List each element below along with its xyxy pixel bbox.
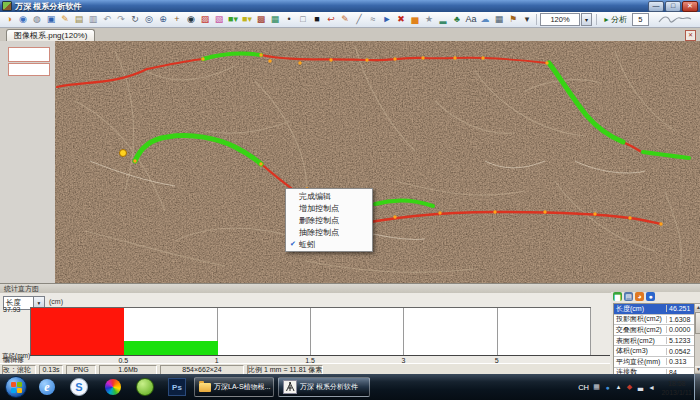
green-swatch-icon[interactable]: ■▾ (227, 13, 240, 26)
document-tab[interactable]: 图像根系.png(120%) (6, 29, 95, 41)
rotate-icon[interactable]: ↻ (129, 13, 142, 26)
scroll-up-icon[interactable]: ▲ (695, 304, 700, 311)
context-menu-item[interactable]: ✔ 蚯蚓 (287, 238, 371, 250)
stats-info-icon[interactable]: ● (646, 292, 655, 301)
pen-icon[interactable]: ✎ (339, 13, 352, 26)
y-axis-max-label: 37.93 (3, 306, 21, 313)
taskbar-button-explorer[interactable]: 万深LA-S植物根... (194, 377, 274, 397)
yellow-swatch-icon[interactable]: ■▾ (241, 13, 254, 26)
star-icon[interactable]: ★ (423, 13, 436, 26)
copy-icon[interactable]: ▥ (87, 13, 100, 26)
context-menu-item[interactable]: 完成编辑 (287, 190, 371, 202)
line-icon[interactable]: ╱ (353, 13, 366, 26)
table-row[interactable]: 投影面积(cm2) 1.6308 (614, 315, 694, 326)
security-icon[interactable]: ● (603, 384, 612, 391)
network-icon[interactable]: ▃ (636, 383, 645, 391)
x-axis-line (30, 355, 610, 356)
zoom-icon[interactable]: ◎ (143, 13, 156, 26)
mark-red-icon[interactable]: ▨ (199, 13, 212, 26)
quicklaunch-slot[interactable]: e (38, 378, 56, 396)
overview-thumbnail-box[interactable] (8, 47, 50, 62)
table-row[interactable]: 平均直径(mm) 0.313 (614, 357, 694, 368)
quicklaunch-slot[interactable] (136, 378, 154, 396)
stats-histogram-icon[interactable]: ▆ (613, 292, 622, 301)
stats-pie-icon[interactable]: ◕ (635, 292, 644, 301)
chart-icon[interactable]: ▅ (409, 13, 422, 26)
mark-pink-icon[interactable]: ▧ (213, 13, 226, 26)
zoom-dropdown-arrow[interactable]: ▾ (581, 13, 592, 26)
trace-tool-icon[interactable]: ▩ (255, 13, 268, 26)
volume-icon[interactable]: ◄ (647, 384, 656, 391)
tab-close-icon[interactable]: ✕ (685, 30, 696, 41)
keyboard-icon[interactable]: ▦ (592, 383, 601, 391)
pan-icon[interactable]: + (171, 13, 184, 26)
undo-icon[interactable]: ↶ (101, 13, 114, 26)
table-row[interactable]: 长度(cm) 46.251 (614, 304, 694, 315)
scroll-down-icon[interactable]: ▼ (695, 366, 700, 373)
toolbar-separator (596, 14, 597, 25)
white-swatch-icon[interactable]: □ (297, 13, 310, 26)
table-row[interactable]: 表面积(cm2) 5.1233 (614, 336, 694, 347)
table-scrollbar[interactable]: ▲ ▼ (694, 303, 700, 374)
minimize-button[interactable]: — (648, 1, 664, 12)
edit-icon[interactable]: ✎ (59, 13, 72, 26)
status-segment: PNG (66, 365, 96, 375)
table-row[interactable]: 体积(cm3) 0.0542 (614, 346, 694, 357)
taskbar-clock[interactable]: 18:58 2013/1/11 (661, 379, 692, 397)
grid-icon[interactable]: ▦ (493, 13, 506, 26)
chart2-icon[interactable]: ▂ (437, 13, 450, 26)
stats-report-icon[interactable]: ▤ (624, 292, 633, 301)
status-segment: 1.6Mb (99, 365, 157, 375)
capture-icon[interactable]: ◉ (17, 13, 30, 26)
taskbar-button-root-app[interactable]: 万深 根系分析软件 (278, 377, 370, 397)
cloud-icon[interactable]: ☁ (479, 13, 492, 26)
start-button[interactable] (5, 376, 27, 398)
ie-icon: e (39, 379, 55, 395)
step-spinbox[interactable]: 5 (632, 13, 649, 26)
delete-icon[interactable]: ✖ (395, 13, 408, 26)
flag-icon[interactable]: ⚑ (507, 13, 520, 26)
warning-marker[interactable] (120, 150, 127, 157)
context-menu-item[interactable]: 删除控制点 (287, 214, 371, 226)
tree-icon[interactable]: ♣ (451, 13, 464, 26)
zoom-in-icon[interactable]: ⊕ (157, 13, 170, 26)
toolbar-separator (536, 14, 537, 25)
language-indicator[interactable]: CH (578, 383, 589, 392)
table-row[interactable]: 交叠面积(cm2) 0.0000 (614, 325, 694, 336)
arrow-icon[interactable]: ► (381, 13, 394, 26)
status-segment: 854×662×24 (160, 365, 244, 375)
signature-logo-icon (656, 13, 694, 26)
overview-thumbnail-box[interactable] (8, 63, 50, 76)
root-image-canvas[interactable] (55, 41, 700, 283)
context-menu-item[interactable]: 增加控制点 (287, 202, 371, 214)
title-bar: 万深 根系分析软件 — □ ✕ (0, 0, 700, 12)
black-swatch-icon[interactable]: ■ (311, 13, 324, 26)
save-icon[interactable]: ▣ (45, 13, 58, 26)
quicklaunch-slot[interactable] (104, 378, 122, 396)
quicklaunch-slot[interactable]: Ps (168, 378, 186, 396)
maximize-button[interactable]: □ (665, 1, 681, 12)
scroll-thumb[interactable] (695, 312, 700, 334)
open-image-icon[interactable]: ◑ (3, 13, 16, 26)
fill-tool-icon[interactable]: ▦ (269, 13, 282, 26)
text-icon[interactable]: Aa (465, 13, 478, 26)
alert-icon[interactable]: ◆ (625, 383, 634, 391)
return-icon[interactable]: ↩ (325, 13, 338, 26)
close-button[interactable]: ✕ (682, 1, 698, 12)
zoom-level-select[interactable]: 120% (540, 13, 580, 26)
more-icon[interactable]: ▾ (521, 13, 534, 26)
eye-icon[interactable]: ◉ (185, 13, 198, 26)
histogram-bars (31, 308, 591, 356)
export-icon[interactable]: ▤ (73, 13, 86, 26)
analyze-button[interactable]: ► 分析 (600, 14, 630, 26)
redo-icon[interactable]: ↷ (115, 13, 128, 26)
scan-icon[interactable]: ◍ (31, 13, 44, 26)
document-tab-bar: 图像根系.png(120%) ✕ (0, 28, 700, 42)
show-desktop-button[interactable] (694, 374, 700, 400)
show-hidden-icon[interactable]: ▴ (614, 383, 623, 391)
dot-icon[interactable]: • (283, 13, 296, 26)
context-menu: 完成编辑 增加控制点 删除控制点 抽除控制点 ✔ 蚯蚓 (285, 188, 373, 252)
context-menu-item[interactable]: 抽除控制点 (287, 226, 371, 238)
curve-icon[interactable]: ≈ (367, 13, 380, 26)
quicklaunch-slot[interactable]: S (70, 378, 88, 396)
